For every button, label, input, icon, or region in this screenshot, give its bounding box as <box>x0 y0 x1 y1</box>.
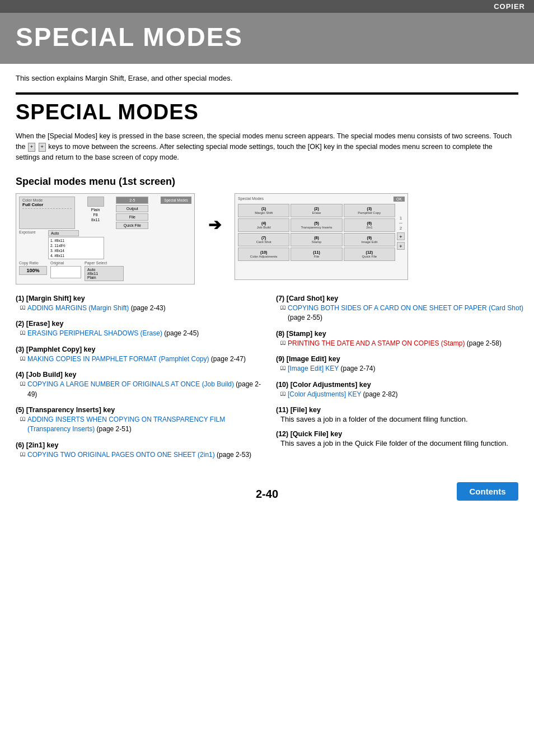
sr-cell-7[interactable]: (7) Card Shot <box>238 233 289 246</box>
book-icon-6: 🕮 <box>20 451 26 457</box>
list-item-10-linktext[interactable]: [Color Adjustments] KEY (page 2-82) <box>288 390 398 399</box>
list-item-6-link: 🕮 COPYING TWO ORIGINAL PAGES ONTO ONE SH… <box>20 450 265 460</box>
sl-ratio-val: 100% <box>19 266 47 275</box>
sl-btn-file[interactable]: File <box>116 213 148 221</box>
sl-orig <box>50 266 81 278</box>
list-item-8-linktext[interactable]: PRINTING THE DATE AND A STAMP ON COPIES … <box>288 339 502 348</box>
section-title: SPECIAL MODES <box>16 100 518 124</box>
list-item-12-header: (12) [Quick File] key <box>276 430 525 438</box>
sl-color-mode-box: Color Mode Full Color <box>19 197 75 229</box>
list-item-1-link: 🕮 ADDING MARGINS (Margin Shift) (page 2-… <box>20 304 265 313</box>
list-item-10-num: (10) <box>276 381 291 389</box>
sl-btn-25[interactable]: 2-5 <box>116 197 148 204</box>
sl-exposure-row: Exposure Auto 1. #8x11 2. 11x8½ 3. #8x14… <box>19 230 191 259</box>
list-item-1-header: (1) [Margin Shift] key <box>16 295 265 302</box>
sr-cell-8[interactable]: (8) Stamp <box>291 233 342 246</box>
sl-original-area: Original <box>50 261 81 281</box>
sr-cell-4[interactable]: (4) Job Build <box>238 218 289 232</box>
list-item-3-num: (3) <box>16 346 26 353</box>
sl-btn-output[interactable]: Output <box>116 205 148 212</box>
section-intro: This section explains Margin Shift, Eras… <box>0 64 534 88</box>
list-item-4-linktext[interactable]: COPYING A LARGE NUMBER OF ORIGINALS AT O… <box>27 380 265 399</box>
sr-ok-btn[interactable]: OK <box>394 197 405 202</box>
sl-buttons: 2-5 Output File Quick File <box>116 197 148 229</box>
list-item-5-linktext[interactable]: ADDING INSERTS WHEN COPYING ON TRANSPARE… <box>27 415 265 435</box>
list-item-3-key: [Pamphlet Copy] key <box>26 346 96 353</box>
list-item-3-page: (page 2-47) <box>211 355 246 363</box>
sl-btn-quickfile[interactable]: Quick File <box>116 222 148 229</box>
sl-divider <box>22 208 72 209</box>
list-item-4-num: (4) <box>16 371 26 379</box>
list-item-5: (5) [Transparency Inserts] key 🕮 ADDING … <box>16 406 265 435</box>
sr-page-up[interactable]: + <box>397 232 405 240</box>
book-icon-2: 🕮 <box>20 329 26 335</box>
body-text: When the [Special Modes] key is pressed … <box>0 127 534 167</box>
list-item-12-key: [Quick File] key <box>291 430 342 438</box>
sr-cell-11[interactable]: (11) File <box>291 248 342 261</box>
sl-item2: 2. 11x8½ <box>50 243 102 248</box>
list-item-2-linktext[interactable]: ERASING PERIPHERAL SHADOWS (Erase) (page… <box>27 329 199 338</box>
list-item-7-key: [Card Shot] key <box>287 295 338 302</box>
list-item-10-header: (10) [Color Adjustments] key <box>276 381 525 389</box>
list-item-1-page: (page 2-43) <box>131 304 166 312</box>
list-item-8-key: [Stamp] key <box>287 330 326 338</box>
list-item-2-link: 🕮 ERASING PERIPHERAL SHADOWS (Erase) (pa… <box>20 329 265 338</box>
list-item-11-num: (11) <box>276 406 291 414</box>
sr-page-down[interactable]: + <box>397 242 405 250</box>
sr-cell-5[interactable]: (5) Transparency Inserts <box>291 218 342 232</box>
list-item-6-key: [2in1] key <box>26 441 59 449</box>
sl-top: Color Mode Full Color Plain F8 8x11 2-5 … <box>19 197 191 229</box>
sr-cell-1[interactable]: (1) Margin Shift <box>238 204 289 217</box>
list-item-7-linktext[interactable]: COPYING BOTH SIDES OF A CARD ON ONE SHEE… <box>288 304 525 323</box>
list-item-7: (7) [Card Shot] key 🕮 COPYING BOTH SIDES… <box>276 295 525 323</box>
sl-center: Plain F8 8x11 <box>87 197 104 229</box>
sl-ratio-label: Copy Ratio <box>19 261 47 265</box>
list-item-11-key: [File] key <box>291 406 321 414</box>
list-item-1: (1) [Margin Shift] key 🕮 ADDING MARGINS … <box>16 295 265 313</box>
sl-full-color: Full Color <box>22 202 72 207</box>
sl-item4: 4. #8x11 <box>50 253 102 258</box>
list-item-9-page: (page 2-74) <box>341 365 376 372</box>
list-item-5-header: (5) [Transparency Inserts] key <box>16 406 265 414</box>
two-col-list: (1) [Margin Shift] key 🕮 ADDING MARGINS … <box>0 295 534 466</box>
list-item-10-page: (page 2-82) <box>363 390 398 398</box>
list-item-2-header: (2) [Erase] key <box>16 320 265 328</box>
list-item-2-num: (2) <box>16 320 26 328</box>
list-col-right: (7) [Card Shot] key 🕮 COPYING BOTH SIDES… <box>276 295 525 466</box>
list-item-9-linktext[interactable]: [Image Edit] KEY (page 2-74) <box>288 364 376 374</box>
list-item-11-bodytext: This saves a job in a folder of the docu… <box>280 415 468 423</box>
contents-area: Contents <box>351 482 518 501</box>
sr-cell-12[interactable]: (12) Quick File <box>344 248 395 261</box>
sl-item1: 1. #8x11 <box>50 238 102 243</box>
sl-auto: Auto <box>48 230 79 236</box>
list-item-2-key: [Erase] key <box>26 320 64 328</box>
screens-row: Color Mode Full Color Plain F8 8x11 2-5 … <box>0 193 534 284</box>
list-item-4: (4) [Job Build] key 🕮 COPYING A LARGE NU… <box>16 371 265 399</box>
list-col-left: (1) [Margin Shift] key 🕮 ADDING MARGINS … <box>16 295 265 466</box>
sl-special-modes[interactable]: Special Modes <box>161 197 191 204</box>
sr-cell-2[interactable]: (2) Erase <box>291 204 342 217</box>
sr-cell-3[interactable]: (3) Pamphlet Copy <box>344 204 395 217</box>
list-item-8-num: (8) <box>276 330 287 338</box>
list-item-10-key: [Color Adjustments] key <box>291 381 371 389</box>
sr-main: (1) Margin Shift (2) Erase (3) Pamphlet … <box>238 204 405 262</box>
list-item-3-linktext[interactable]: MAKING COPIES IN PAMPHLET FORMAT (Pamphl… <box>27 354 246 364</box>
book-icon-5: 🕮 <box>20 416 26 422</box>
sl-f8: F8 <box>93 213 98 217</box>
sr-grid-wrap: (1) Margin Shift (2) Erase (3) Pamphlet … <box>238 204 395 262</box>
list-item-4-link: 🕮 COPYING A LARGE NUMBER OF ORIGINALS AT… <box>20 380 265 399</box>
list-item-1-linktext[interactable]: ADDING MARGINS (Margin Shift) (page 2-43… <box>27 304 166 313</box>
list-item-1-key: [Margin Shift] key <box>26 295 85 302</box>
list-item-9-num: (9) <box>276 355 287 363</box>
sl-8x112: #8x11 <box>87 272 121 276</box>
bottom-bar: 2-40 Contents <box>0 472 534 507</box>
top-bar: COPIER <box>0 0 534 13</box>
sl-color-mode-label: Color Mode <box>22 198 72 202</box>
sr-cell-10[interactable]: (10) Color Adjustments <box>238 248 289 261</box>
contents-button[interactable]: Contents <box>457 482 518 501</box>
list-item-9: (9) [Image Edit] key 🕮 [Image Edit] KEY … <box>276 355 525 374</box>
sr-cell-9[interactable]: (9) Image Edit <box>344 233 395 246</box>
list-item-6-linktext[interactable]: COPYING TWO ORIGINAL PAGES ONTO ONE SHEE… <box>27 450 251 460</box>
sr-cell-6[interactable]: (6) 2in1 <box>344 218 395 232</box>
list-item-9-header: (9) [Image Edit] key <box>276 355 525 363</box>
